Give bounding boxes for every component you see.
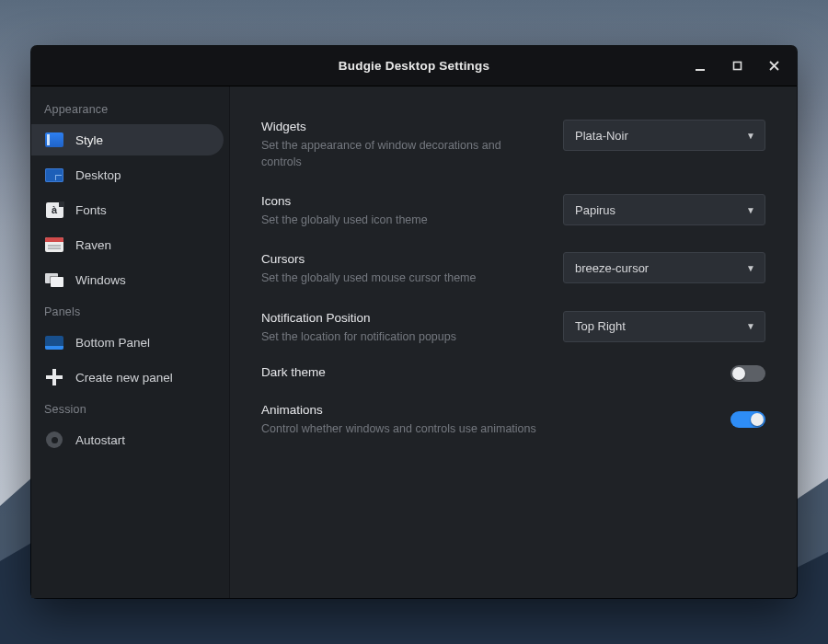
- setting-description: Set the location for notification popups: [261, 328, 537, 345]
- windows-icon: [44, 270, 64, 289]
- gear-icon: [44, 431, 64, 449]
- settings-content: Widgets Set the appearance of window dec…: [230, 86, 797, 598]
- sidebar-item-raven[interactable]: Raven: [31, 229, 224, 260]
- animations-toggle[interactable]: [730, 411, 765, 428]
- setting-label: Dark theme: [261, 365, 537, 379]
- setting-label: Widgets: [261, 120, 537, 133]
- cursors-combobox[interactable]: breeze-cursor ▼: [563, 252, 765, 283]
- sidebar-item-new-panel[interactable]: Create new panel: [31, 362, 224, 393]
- setting-label: Cursors: [261, 252, 537, 266]
- desktop-icon: [44, 166, 64, 184]
- setting-icons: Icons Set the globally used icon theme P…: [261, 185, 765, 243]
- fonts-icon: à: [44, 201, 64, 219]
- raven-icon: [44, 236, 64, 254]
- combobox-value: Top Right: [575, 319, 626, 333]
- window-title: Budgie Desktop Settings: [339, 59, 489, 73]
- chevron-down-icon: ▼: [746, 205, 755, 215]
- setting-notification-position: Notification Position Set the location f…: [261, 302, 765, 360]
- sidebar-section-label: Appearance: [31, 96, 229, 121]
- widgets-combobox[interactable]: Plata-Noir ▼: [563, 120, 765, 151]
- setting-description: Set the appearance of window decorations…: [261, 137, 537, 170]
- titlebar[interactable]: Budgie Desktop Settings: [31, 46, 797, 86]
- setting-label: Notification Position: [261, 311, 537, 325]
- setting-description: Set the globally used mouse cursor theme: [261, 270, 537, 286]
- sidebar: AppearanceStyleDesktopàFontsRavenWindows…: [31, 86, 230, 598]
- sidebar-item-windows[interactable]: Windows: [31, 264, 224, 295]
- sidebar-item-bottom-panel[interactable]: Bottom Panel: [31, 327, 224, 358]
- setting-label: Icons: [261, 194, 537, 208]
- style-icon: [44, 131, 64, 149]
- chevron-down-icon: ▼: [746, 131, 755, 141]
- combobox-value: breeze-cursor: [575, 261, 649, 275]
- maximize-button[interactable]: [719, 52, 754, 80]
- window-controls: [683, 46, 791, 86]
- notification-position-combobox[interactable]: Top Right ▼: [563, 311, 765, 342]
- sidebar-item-autostart[interactable]: Autostart: [31, 424, 224, 455]
- minimize-button[interactable]: [683, 52, 718, 80]
- sidebar-section-label: Session: [31, 396, 229, 421]
- setting-widgets: Widgets Set the appearance of window dec…: [261, 110, 765, 185]
- combobox-value: Plata-Noir: [575, 129, 628, 143]
- setting-label: Animations: [261, 403, 537, 417]
- sidebar-item-label: Autostart: [75, 433, 125, 447]
- sidebar-item-label: Fonts: [75, 203, 107, 217]
- sidebar-item-label: Desktop: [75, 168, 121, 182]
- setting-dark-theme: Dark theme: [261, 360, 765, 394]
- setting-description: Set the globally used icon theme: [261, 212, 537, 228]
- plus-icon: [44, 368, 64, 386]
- setting-cursors: Cursors Set the globally used mouse curs…: [261, 243, 765, 301]
- sidebar-section-label: Panels: [31, 298, 229, 324]
- chevron-down-icon: ▼: [746, 321, 755, 331]
- icons-combobox[interactable]: Papirus ▼: [563, 194, 765, 225]
- sidebar-item-label: Raven: [75, 238, 111, 252]
- dark-theme-toggle[interactable]: [730, 365, 765, 382]
- sidebar-item-fonts[interactable]: àFonts: [31, 194, 224, 225]
- sidebar-item-desktop[interactable]: Desktop: [31, 159, 224, 190]
- sidebar-item-style[interactable]: Style: [31, 124, 224, 155]
- sidebar-item-label: Windows: [75, 273, 126, 287]
- sidebar-item-label: Bottom Panel: [75, 336, 150, 350]
- sidebar-item-label: Create new panel: [75, 371, 173, 385]
- settings-window: Budgie Desktop Settings AppearanceStyleD…: [31, 46, 797, 598]
- sidebar-item-label: Style: [75, 133, 103, 147]
- setting-description: Control whether windows and controls use…: [261, 420, 537, 437]
- combobox-value: Papirus: [575, 203, 615, 217]
- setting-animations: Animations Control whether windows and c…: [261, 394, 765, 452]
- svg-rect-3: [733, 63, 741, 70]
- chevron-down-icon: ▼: [746, 263, 755, 273]
- panel-icon: [44, 333, 64, 351]
- svg-rect-2: [696, 69, 705, 71]
- close-button[interactable]: [756, 52, 791, 80]
